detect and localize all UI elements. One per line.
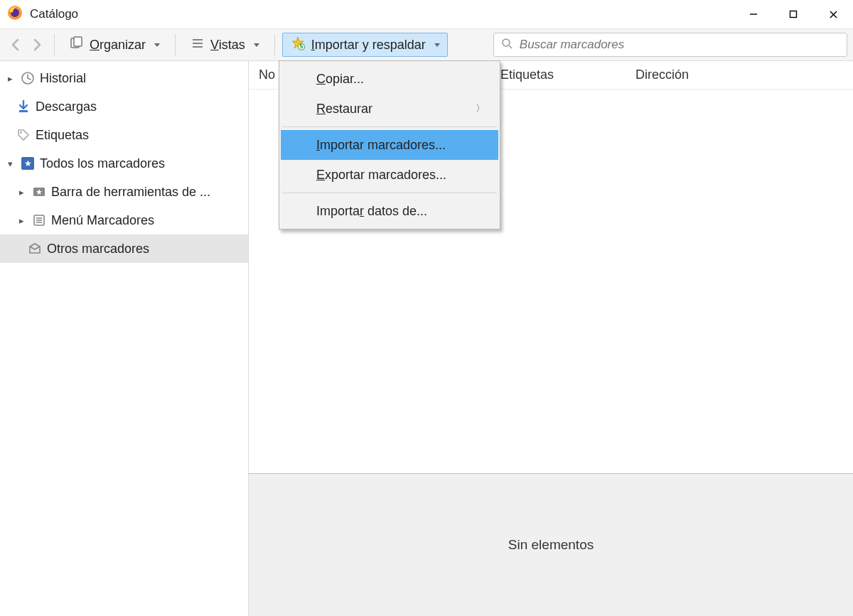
toolbar-separator	[54, 34, 55, 55]
import-backup-button[interactable]: Importar y respaldar	[282, 33, 448, 57]
svg-rect-16	[19, 110, 28, 112]
column-address[interactable]: Dirección	[626, 67, 853, 82]
toolbar-folder-label: Barra de herramientas de ...	[51, 185, 210, 200]
sidebar-item-downloads[interactable]: Descargas	[0, 92, 248, 121]
sidebar-item-all-bookmarks[interactable]: ▾ ★ Todos los marcadores	[0, 149, 248, 178]
library-window: Catálogo Organizar	[0, 0, 853, 616]
downloads-label: Descargas	[36, 99, 97, 114]
sidebar-item-other-bookmarks[interactable]: Otros marcadores	[0, 234, 248, 263]
firefox-icon	[7, 5, 23, 23]
column-tags[interactable]: Etiquetas	[490, 67, 626, 82]
collapse-icon[interactable]: ▾	[4, 158, 16, 169]
views-label: Vistas	[210, 38, 245, 53]
search-icon	[501, 38, 513, 52]
nav-buttons	[6, 35, 47, 55]
organize-button[interactable]: Organizar	[62, 33, 168, 57]
back-button[interactable]	[6, 35, 26, 55]
toolbar: Organizar Vistas Importar y respaldar	[0, 28, 853, 61]
window-controls	[734, 0, 853, 28]
other-bookmarks-label: Otros marcadores	[47, 242, 149, 256]
maximize-button[interactable]	[773, 0, 813, 28]
forward-button[interactable]	[27, 35, 47, 55]
menu-item-import-bookmarks[interactable]: Importar marcadores...	[281, 130, 498, 160]
titlebar: Catálogo	[0, 0, 853, 28]
organize-label: Organizar	[90, 38, 146, 53]
svg-line-14	[509, 45, 512, 48]
expand-icon[interactable]: ▸	[16, 215, 27, 226]
sidebar-item-tags[interactable]: Etiquetas	[0, 121, 248, 149]
svg-rect-7	[74, 37, 82, 46]
toolbar-separator	[175, 34, 176, 55]
tags-label: Etiquetas	[36, 128, 89, 143]
menu-separator	[282, 193, 497, 193]
other-bookmarks-icon	[27, 242, 43, 256]
dropdown-caret-icon	[254, 43, 259, 47]
sidebar-item-history[interactable]: ▸ Historial	[0, 64, 248, 92]
sidebar-item-menu-folder[interactable]: ▸ Menú Marcadores	[0, 206, 248, 234]
menu-label: Importar marcadores...	[316, 138, 446, 153]
menu-item-import-data[interactable]: Importar datos de...	[281, 196, 498, 226]
import-star-icon	[290, 36, 306, 55]
download-icon	[16, 99, 31, 114]
window-title: Catálogo	[30, 7, 78, 21]
bookmark-star-icon: ★	[20, 157, 36, 170]
search-area	[451, 33, 847, 57]
details-empty-text: Sin elementos	[508, 537, 594, 553]
organize-icon	[70, 36, 84, 54]
tag-icon	[16, 128, 31, 142]
history-label: Historial	[40, 71, 86, 86]
search-input[interactable]	[518, 37, 839, 53]
titlebar-left: Catálogo	[7, 5, 78, 23]
expand-icon[interactable]: ▸	[4, 73, 16, 84]
bookmark-toolbar-icon	[31, 185, 47, 199]
menu-label: Importar datos de...	[316, 204, 427, 219]
svg-point-13	[503, 39, 510, 46]
bookmark-menu-icon	[31, 213, 47, 227]
menu-item-restore[interactable]: Restaurar〉	[281, 94, 498, 124]
close-button[interactable]	[813, 0, 853, 28]
menu-label: Exportar marcadores...	[316, 168, 446, 183]
svg-point-17	[20, 131, 22, 134]
dropdown-caret-icon	[154, 43, 160, 47]
minimize-button[interactable]	[734, 0, 773, 28]
views-icon	[191, 36, 205, 54]
menu-item-export-bookmarks[interactable]: Exportar marcadores...	[281, 160, 498, 190]
menu-label: Copiar...	[316, 72, 364, 87]
search-box[interactable]	[493, 33, 847, 57]
clock-icon	[20, 71, 36, 85]
toolbar-separator	[274, 34, 275, 55]
menu-folder-label: Menú Marcadores	[51, 213, 154, 228]
menu-label: Restaurar	[316, 102, 372, 117]
import-backup-menu: Copiar... Restaurar〉 Importar marcadores…	[279, 60, 500, 229]
menu-item-copy[interactable]: Copiar...	[281, 64, 498, 94]
import-backup-label: Importar y respaldar	[311, 38, 426, 53]
details-pane: Sin elementos	[249, 474, 853, 616]
submenu-arrow-icon: 〉	[476, 102, 485, 115]
expand-icon[interactable]: ▸	[16, 187, 27, 198]
all-bookmarks-label: Todos los marcadores	[40, 156, 165, 171]
sidebar: ▸ Historial Descargas Etiquetas ▾	[0, 61, 249, 616]
views-button[interactable]: Vistas	[183, 33, 267, 57]
dropdown-caret-icon	[434, 43, 440, 47]
menu-separator	[282, 126, 497, 127]
sidebar-item-toolbar-folder[interactable]: ▸ Barra de herramientas de ...	[0, 178, 248, 206]
svg-rect-3	[790, 11, 797, 18]
